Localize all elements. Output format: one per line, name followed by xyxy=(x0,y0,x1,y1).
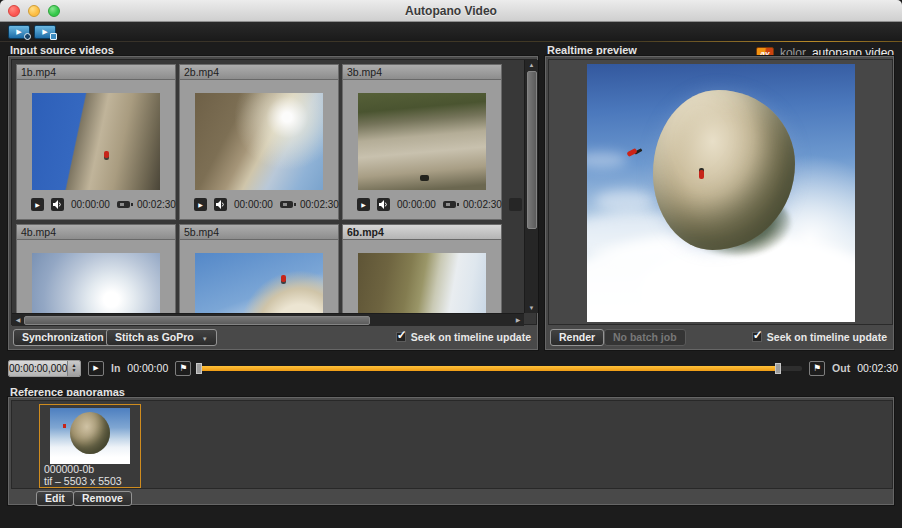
play-glyph: ▶ xyxy=(16,28,21,35)
video-cell: 2b.mp4 ▶ 00:00:00 00:02:30 xyxy=(179,64,339,220)
reference-panoramas-panel: 000000-0b tif – 5503 x 5503 Edit Remove xyxy=(8,397,894,505)
play-button[interactable]: ▶ xyxy=(31,198,44,211)
set-in-flag-button[interactable]: ⚑ xyxy=(175,361,191,376)
end-time: 00:02:30 xyxy=(463,199,502,210)
range-icon xyxy=(443,201,456,208)
reference-list-area: 000000-0b tif – 5503 x 5503 xyxy=(11,400,893,489)
titlebar[interactable]: Autopano Video xyxy=(0,0,902,22)
timeline-track[interactable] xyxy=(198,366,802,371)
cloud xyxy=(587,152,627,168)
video-cell-header[interactable]: 2b.mp4 xyxy=(180,65,338,80)
seek-timeline-checkbox[interactable]: ✓ Seek on timeline update xyxy=(396,331,531,343)
edit-button[interactable]: Edit xyxy=(36,491,74,506)
start-time: 00:00:00 xyxy=(234,199,273,210)
video-cell: 1b.mp4 ▶ 00:00:00 00:02:30 xyxy=(16,64,176,220)
scroll-right-icon[interactable]: ▶ xyxy=(512,314,524,326)
horizontal-scroll-thumb[interactable] xyxy=(24,316,370,325)
autopano-video-window: Autopano Video ▶ ▶ av kolor autopano vid… xyxy=(0,0,902,528)
current-time-spinbox[interactable]: 00:00:00,000 ▲ ▼ xyxy=(8,360,81,377)
range-icon xyxy=(280,201,293,208)
panorama-name: 000000-0b xyxy=(44,463,94,475)
timeline-play-button[interactable]: ▶ xyxy=(88,361,104,376)
video-controls: ▶ 00:00:00 00:02:30 xyxy=(357,198,487,211)
video-cell-header[interactable]: 3b.mp4 xyxy=(343,65,501,80)
flag-icon: ⚑ xyxy=(179,363,187,373)
input-panel-title: Input source videos xyxy=(10,44,114,56)
video-preview-icon[interactable]: ▶ xyxy=(8,25,30,39)
realtime-preview-panel: Render No batch job ✓ Seek on timeline u… xyxy=(545,56,894,350)
video-cell: 6b.mp4 xyxy=(342,224,502,313)
check-icon: ✓ xyxy=(753,328,763,342)
video-cell: 3b.mp4 ▶ 00:00:00 00:02:30 xyxy=(342,64,502,220)
basejumper-figure xyxy=(626,148,637,157)
scroll-up-icon[interactable]: ▲ xyxy=(525,62,538,68)
scroll-down-icon[interactable]: ▼ xyxy=(525,305,538,311)
panorama-info: tif – 5503 x 5503 xyxy=(44,475,122,487)
video-thumbnail xyxy=(358,253,486,313)
in-time: 00:00:00 xyxy=(127,362,168,374)
magnifier-icon xyxy=(24,33,31,40)
synchronization-button[interactable]: Synchronization xyxy=(13,329,113,346)
spinner-buttons[interactable]: ▲ ▼ xyxy=(67,361,80,376)
check-icon: ✓ xyxy=(397,328,407,342)
video-add-icon[interactable]: ▶ xyxy=(34,25,56,39)
render-button[interactable]: Render xyxy=(550,329,604,346)
range-icon xyxy=(117,201,130,208)
end-time: 00:02:30 xyxy=(300,199,339,210)
video-thumbnail xyxy=(32,93,160,190)
remove-button[interactable]: Remove xyxy=(73,491,132,506)
spinner-down-icon[interactable]: ▼ xyxy=(72,368,77,373)
stitch-button[interactable]: Stitch as GoPro▼ xyxy=(106,329,217,346)
video-controls: ▶ 00:00:00 00:02:30 xyxy=(31,198,161,211)
batch-job-button: No batch job xyxy=(604,329,686,346)
video-cell: 5b.mp4 xyxy=(179,224,339,313)
start-time: 00:00:00 xyxy=(397,199,436,210)
out-time: 00:02:30 xyxy=(857,362,898,374)
video-cell-header[interactable]: 5b.mp4 xyxy=(180,225,338,240)
add-page-icon xyxy=(50,33,57,40)
panorama-preview[interactable] xyxy=(587,64,855,322)
fullscreen-button[interactable] xyxy=(509,198,522,211)
climber-figure xyxy=(281,275,286,282)
audio-button[interactable] xyxy=(51,198,64,211)
toolbar: ▶ ▶ av kolor autopano video xyxy=(0,22,902,42)
climber-figure xyxy=(63,424,66,428)
current-time-value[interactable]: 00:00:00,000 xyxy=(9,361,67,376)
panorama-thumbnail xyxy=(50,408,130,464)
video-thumbnail xyxy=(195,253,323,313)
window-title: Autopano Video xyxy=(0,4,902,18)
timeline-range xyxy=(198,366,778,371)
play-button[interactable]: ▶ xyxy=(357,198,370,211)
video-list-area: 1b.mp4 ▶ 00:00:00 00:02:30 2b.mp4 xyxy=(11,59,537,325)
scroll-left-icon[interactable]: ◀ xyxy=(12,314,24,326)
video-cell-header[interactable]: 4b.mp4 xyxy=(17,225,175,240)
flag-icon: ⚑ xyxy=(813,363,821,373)
out-handle[interactable] xyxy=(775,363,781,374)
video-cell-header-selected[interactable]: 6b.mp4 xyxy=(343,225,501,240)
checkbox-box: ✓ xyxy=(752,332,762,342)
timeline-bar: 00:00:00,000 ▲ ▼ ▶ In 00:00:00 ⚑ ⚑ Out 0… xyxy=(8,358,898,378)
start-time: 00:00:00 xyxy=(71,199,110,210)
jumper-figure xyxy=(420,175,429,181)
video-controls: ▶ 00:00:00 00:02:30 xyxy=(194,198,324,211)
audio-button[interactable] xyxy=(377,198,390,211)
vertical-scroll-thumb[interactable] xyxy=(527,71,537,229)
climber-figure xyxy=(699,170,704,179)
dropdown-arrow-icon: ▼ xyxy=(202,336,208,342)
video-cell: 4b.mp4 xyxy=(16,224,176,313)
video-cell-header[interactable]: 1b.mp4 xyxy=(17,65,175,80)
preview-panel-title: Realtime preview xyxy=(547,44,637,56)
end-time: 00:02:30 xyxy=(137,199,176,210)
video-thumbnail xyxy=(195,93,323,190)
seek-timeline-checkbox[interactable]: ✓ Seek on timeline update xyxy=(752,331,887,343)
set-out-flag-button[interactable]: ⚑ xyxy=(809,361,825,376)
climber-figure xyxy=(104,151,109,158)
reference-panorama-item-selected[interactable]: 000000-0b tif – 5503 x 5503 xyxy=(39,404,141,488)
audio-button[interactable] xyxy=(214,198,227,211)
cloud xyxy=(595,190,655,212)
play-button[interactable]: ▶ xyxy=(194,198,207,211)
vertical-scrollbar[interactable]: ▲ ▼ xyxy=(524,60,538,313)
preview-display-area xyxy=(548,59,893,325)
horizontal-scrollbar[interactable]: ◀ ▶ xyxy=(12,313,524,326)
in-handle[interactable] xyxy=(196,363,202,374)
